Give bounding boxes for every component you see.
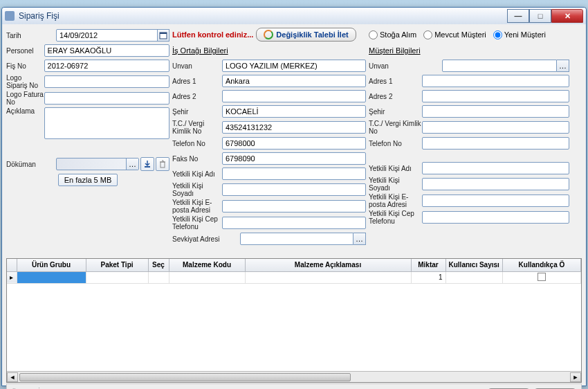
col-material-desc[interactable]: Malzeme Açıklaması <box>245 259 411 271</box>
c-addr2-input[interactable] <box>422 90 569 102</box>
svg-rect-1 <box>160 33 167 34</box>
col-material-code[interactable]: Malzeme Kodu <box>169 259 245 271</box>
app-icon <box>5 11 15 21</box>
p-contactemail-label: Yetkili Kişi E-posta Adresi <box>172 199 222 214</box>
c-title-label: Unvan <box>369 62 442 70</box>
customer-browse-button[interactable]: … <box>557 60 569 72</box>
p-contactsurname-label: Yetkili Kişi Soyadı <box>172 182 222 197</box>
description-label: Açıklama <box>6 107 44 115</box>
p-addr1-input[interactable] <box>222 75 366 87</box>
personnel-label: Personel <box>6 47 44 55</box>
p-title-input[interactable] <box>222 60 366 72</box>
cell-material-desc[interactable] <box>245 271 411 283</box>
max-size-button[interactable]: En fazla 5 MB <box>58 174 118 186</box>
c-contactmobile-input[interactable] <box>422 211 569 224</box>
svg-rect-3 <box>160 162 165 168</box>
p-contactemail-input[interactable] <box>222 200 366 212</box>
maximize-button[interactable]: □ <box>529 9 551 23</box>
titlebar[interactable]: Sipariş Fişi — □ ✕ <box>2 8 586 24</box>
p-contactname-label: Yetkili Kişi Adı <box>172 170 222 178</box>
logo-order-no-input[interactable] <box>44 75 169 88</box>
p-contactsurname-input[interactable] <box>222 183 366 196</box>
warning-text: Lütfen kontrol ediniz... <box>172 30 253 39</box>
scroll-right-button[interactable]: ► <box>570 372 581 382</box>
current-row-indicator: ▸ <box>7 271 17 283</box>
cell-pay-as-use[interactable] <box>502 271 580 283</box>
slip-no-input[interactable] <box>44 60 169 72</box>
important-note: ÖNEMLİ NOT: Siparişinizin devreye alınma… <box>6 383 582 389</box>
p-contactmobile-input[interactable] <box>222 217 366 229</box>
customer-tab[interactable]: Müşteri Bilgileri <box>369 46 421 55</box>
c-contactname-label: Yetkili Kişi Adı <box>369 165 422 172</box>
cell-product-group[interactable] <box>17 271 86 283</box>
document-label: Döküman <box>6 161 56 168</box>
delete-icon[interactable] <box>156 157 169 171</box>
col-pay-as-use[interactable]: Kullandıkça Ö <box>502 259 580 271</box>
scroll-track[interactable] <box>18 372 570 382</box>
cell-user-count[interactable] <box>445 271 502 283</box>
c-city-label: Şehir <box>369 108 422 116</box>
p-phone-input[interactable] <box>222 137 366 150</box>
p-contactname-input[interactable] <box>222 168 366 180</box>
c-contactname-input[interactable] <box>422 162 569 174</box>
customer-panel: Stoğa Alım Mevcut Müşteri Yeni Müşteri M… <box>369 28 569 247</box>
radio-stock[interactable]: Stoğa Alım <box>369 30 416 39</box>
p-tax-label: T.C./ Vergi Kimlik No <box>172 120 222 135</box>
cell-package-type[interactable] <box>86 271 148 283</box>
c-title-input[interactable] <box>442 60 557 72</box>
personnel-input[interactable] <box>44 44 169 57</box>
p-shipping-input[interactable] <box>240 233 353 245</box>
radio-new[interactable]: Yeni Müşteri <box>493 30 546 39</box>
order-slip-window: Sipariş Fişi — □ ✕ Tarih <box>1 7 587 386</box>
calendar-icon[interactable] <box>157 29 169 42</box>
close-button[interactable]: ✕ <box>551 9 583 23</box>
c-addr1-input[interactable] <box>422 75 569 87</box>
c-contactsurname-label: Yetkili Kişi Soyadı <box>369 177 422 192</box>
c-city-input[interactable] <box>422 105 569 118</box>
c-contactmobile-label: Yetkili Kişi Cep Telefonu <box>369 210 422 225</box>
download-icon[interactable] <box>140 157 154 171</box>
logo-invoice-no-input[interactable] <box>44 92 169 105</box>
radio-existing[interactable]: Mevcut Müşteri <box>423 30 486 39</box>
col-select[interactable]: Seç <box>148 259 169 271</box>
c-phone-input[interactable] <box>422 137 569 150</box>
table-row[interactable]: ▸ 1 <box>7 271 581 283</box>
p-addr2-input[interactable] <box>222 90 366 102</box>
left-panel: Tarih Personel Fiş No <box>6 28 169 247</box>
partner-panel: Lütfen kontrol ediniz... Değişiklik Tale… <box>172 28 366 247</box>
document-field[interactable]: … <box>56 158 139 170</box>
p-fax-label: Faks No <box>172 155 222 163</box>
c-addr2-label: Adres 2 <box>369 93 422 100</box>
description-input[interactable] <box>44 107 169 139</box>
c-contactemail-label: Yetkili Kişi E-posta Adresi <box>369 193 422 208</box>
change-request-button[interactable]: Değişiklik Talebi İlet <box>256 28 356 42</box>
horizontal-scrollbar[interactable]: ◄ ► <box>7 371 581 382</box>
window-title: Sipariş Fişi <box>19 11 507 21</box>
shipping-browse-button[interactable]: … <box>353 233 366 245</box>
checkbox-icon[interactable] <box>538 273 546 281</box>
c-tax-input[interactable] <box>422 121 569 134</box>
c-contactemail-input[interactable] <box>422 194 569 207</box>
minimize-button[interactable]: — <box>507 9 529 23</box>
p-tax-input[interactable] <box>222 121 366 134</box>
p-fax-input[interactable] <box>222 152 366 165</box>
cell-material-code[interactable] <box>169 271 245 283</box>
cell-quantity[interactable]: 1 <box>411 271 445 283</box>
scroll-left-button[interactable]: ◄ <box>7 372 18 382</box>
scroll-thumb[interactable] <box>19 373 351 381</box>
cell-select[interactable] <box>148 271 169 283</box>
col-user-count[interactable]: Kullanıcı Sayısı <box>445 259 502 271</box>
p-title-label: Unvan <box>172 62 222 70</box>
c-contactsurname-input[interactable] <box>422 178 569 190</box>
p-city-label: Şehir <box>172 108 222 116</box>
col-package-type[interactable]: Paket Tipi <box>86 259 148 271</box>
date-input[interactable] <box>56 29 169 42</box>
p-city-input[interactable] <box>222 105 366 118</box>
document-browse-button[interactable]: … <box>126 159 138 170</box>
p-contactmobile-label: Yetkili Kişi Cep Telefonu <box>172 215 222 230</box>
partner-tab[interactable]: İş Ortağı Bilgileri <box>172 46 228 55</box>
logo-order-no-label: Logo Sipariş No <box>6 74 44 89</box>
col-quantity[interactable]: Miktar <box>411 259 445 271</box>
col-product-group[interactable]: Ürün Grubu <box>17 259 86 271</box>
product-grid[interactable]: Ürün Grubu Paket Tipi Seç Malzeme Kodu M… <box>6 258 582 383</box>
